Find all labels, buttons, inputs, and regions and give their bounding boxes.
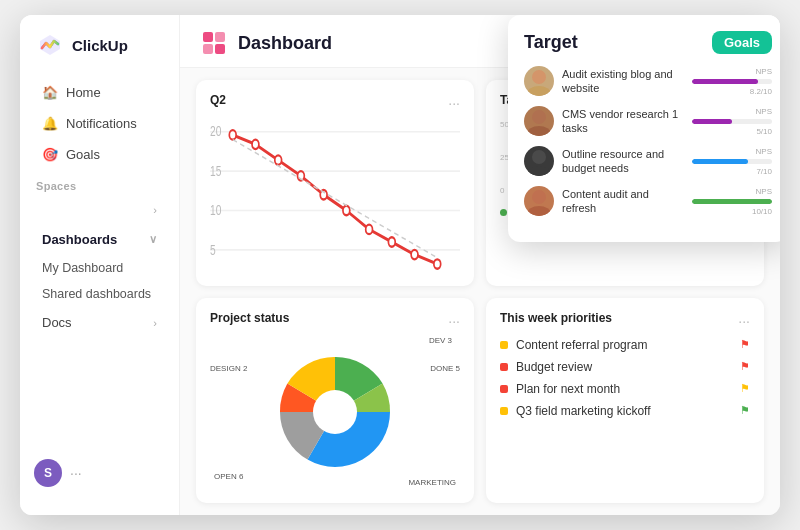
sidebar-item-notifications[interactable]: 🔔 Notifications bbox=[26, 109, 173, 138]
goal-bar-bg-3 bbox=[692, 199, 772, 204]
priority-flag-0: ⚑ bbox=[740, 338, 750, 351]
svg-point-29 bbox=[527, 166, 551, 176]
priorities-card: This week priorities ... Content referra… bbox=[486, 298, 764, 504]
goal-bar-bg-0 bbox=[692, 79, 772, 84]
sidebar-item-notifications-label: Notifications bbox=[66, 116, 137, 131]
project-status-title: Project status bbox=[210, 311, 289, 325]
project-status-header: Project status ... bbox=[210, 310, 460, 326]
svg-rect-3 bbox=[203, 44, 213, 54]
sidebar: ClickUp 🏠 Home 🔔 Notifications 🎯 Goals S… bbox=[20, 15, 180, 515]
svg-text:20: 20 bbox=[210, 124, 221, 140]
pie-label-dev: DEV 3 bbox=[429, 336, 452, 345]
sidebar-item-docs[interactable]: Docs › bbox=[26, 308, 173, 337]
svg-point-13 bbox=[229, 130, 236, 139]
pie-center bbox=[313, 390, 357, 434]
svg-text:15: 15 bbox=[210, 163, 221, 179]
svg-point-26 bbox=[532, 110, 546, 124]
goal-bar-fill-3 bbox=[692, 199, 772, 204]
svg-point-22 bbox=[434, 259, 441, 268]
chevron-right-icon: › bbox=[153, 204, 157, 216]
app-window: ClickUp 🏠 Home 🔔 Notifications 🎯 Goals S… bbox=[20, 15, 780, 515]
priority-item-3: Q3 field marketing kickoff ⚑ bbox=[500, 404, 750, 418]
priority-flag-3: ⚑ bbox=[740, 404, 750, 417]
goal-bar-bg-1 bbox=[692, 119, 772, 124]
my-dashboard-label: My Dashboard bbox=[42, 261, 123, 275]
docs-chevron-icon: › bbox=[153, 317, 157, 329]
goal-bar-bg-2 bbox=[692, 159, 772, 164]
goal-text-0: Audit existing blog and website bbox=[562, 67, 684, 96]
svg-point-27 bbox=[527, 126, 551, 136]
goal-avatar-2 bbox=[524, 146, 554, 176]
priority-flag-1: ⚑ bbox=[740, 360, 750, 373]
svg-point-15 bbox=[275, 155, 282, 164]
pie-label-done: DONE 5 bbox=[430, 364, 460, 373]
svg-point-30 bbox=[532, 190, 546, 204]
q2-chart-svg: 20 15 10 5 bbox=[210, 116, 460, 274]
q2-chart-area: 20 15 10 5 bbox=[210, 116, 460, 274]
priority-item-0: Content referral program ⚑ bbox=[500, 338, 750, 352]
svg-point-20 bbox=[388, 237, 395, 246]
priority-dot-1 bbox=[500, 363, 508, 371]
page-title: Dashboard bbox=[238, 33, 332, 54]
svg-point-21 bbox=[411, 250, 418, 259]
goal-progress-3: NPS 10/10 bbox=[692, 187, 772, 216]
pie-chart-svg bbox=[265, 352, 405, 472]
dashboard-icon bbox=[200, 29, 228, 57]
goal-bar-fill-2 bbox=[692, 159, 748, 164]
spaces-section-label: Spaces bbox=[20, 170, 179, 196]
chevron-down-icon: ∨ bbox=[149, 233, 157, 246]
user-initial: S bbox=[44, 466, 52, 480]
user-menu-dots[interactable]: ··· bbox=[70, 465, 82, 481]
priority-label-0: Content referral program bbox=[516, 338, 647, 352]
pie-label-open: OPEN 6 bbox=[214, 472, 243, 481]
shared-dashboards-label: Shared dashboards bbox=[42, 287, 151, 301]
priority-label-1: Budget review bbox=[516, 360, 592, 374]
q2-card-menu[interactable]: ... bbox=[448, 92, 460, 108]
sidebar-item-spaces[interactable]: › bbox=[26, 197, 173, 223]
goal-label-3: NPS bbox=[756, 187, 772, 196]
priority-label-2: Plan for next month bbox=[516, 382, 620, 396]
svg-line-23 bbox=[233, 140, 438, 258]
sidebar-item-goals[interactable]: 🎯 Goals bbox=[26, 140, 173, 169]
priority-item-2: Plan for next month ⚑ bbox=[500, 382, 750, 396]
user-avatar[interactable]: S bbox=[34, 459, 62, 487]
logo-text: ClickUp bbox=[72, 37, 128, 54]
svg-point-18 bbox=[343, 206, 350, 215]
goals-overlay-header: Target Goals bbox=[524, 31, 772, 54]
project-status-card: Project status ... bbox=[196, 298, 474, 504]
goal-avatar-svg-0 bbox=[524, 66, 554, 96]
priorities-title: This week priorities bbox=[500, 311, 612, 325]
goal-text-2: Outline resource and budget needs bbox=[562, 147, 684, 176]
sidebar-nav: 🏠 Home 🔔 Notifications 🎯 Goals Spaces › … bbox=[20, 77, 179, 447]
priority-dot-3 bbox=[500, 407, 508, 415]
goal-avatar-svg-2 bbox=[524, 146, 554, 176]
goal-progress-0: NPS 8.2/10 bbox=[692, 67, 772, 96]
sidebar-item-dashboards[interactable]: Dashboards ∨ bbox=[26, 225, 173, 254]
goal-avatar-3 bbox=[524, 186, 554, 216]
svg-point-31 bbox=[527, 206, 551, 216]
svg-point-14 bbox=[252, 140, 259, 149]
sidebar-item-home[interactable]: 🏠 Home bbox=[26, 78, 173, 107]
goal-progress-2: NPS 7/10 bbox=[692, 147, 772, 176]
sidebar-item-my-dashboard[interactable]: My Dashboard bbox=[26, 256, 173, 280]
pie-chart-area: DEV 3 DONE 5 MARKETING OPEN 6 DESIGN 2 bbox=[210, 334, 460, 492]
svg-rect-2 bbox=[215, 32, 225, 42]
goal-row-1: CMS vendor research 1 tasks NPS 5/10 bbox=[524, 106, 772, 136]
goal-score-1: 5/10 bbox=[756, 127, 772, 136]
goal-text-3: Content audit and refresh bbox=[562, 187, 684, 216]
priorities-menu[interactable]: ... bbox=[738, 310, 750, 326]
project-status-menu[interactable]: ... bbox=[448, 310, 460, 326]
priority-flag-2: ⚑ bbox=[740, 382, 750, 395]
goal-bar-fill-1 bbox=[692, 119, 732, 124]
legend-done-dot bbox=[500, 209, 507, 216]
svg-rect-1 bbox=[203, 32, 213, 42]
goals-overlay-title: Target bbox=[524, 32, 578, 53]
sidebar-item-shared-dashboards[interactable]: Shared dashboards bbox=[26, 282, 173, 306]
priority-item-1: Budget review ⚑ bbox=[500, 360, 750, 374]
goal-progress-1: NPS 5/10 bbox=[692, 107, 772, 136]
goals-overlay-card: Target Goals Audit existing blog and web… bbox=[508, 15, 780, 242]
goal-score-3: 10/10 bbox=[752, 207, 772, 216]
goals-badge: Goals bbox=[712, 31, 772, 54]
goal-row-3: Content audit and refresh NPS 10/10 bbox=[524, 186, 772, 216]
goal-label-1: NPS bbox=[756, 107, 772, 116]
